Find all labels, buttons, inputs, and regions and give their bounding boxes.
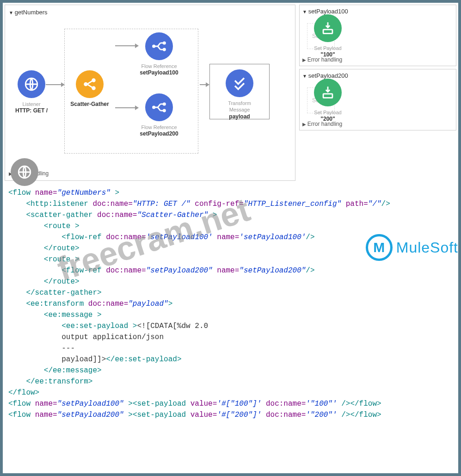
scatter-gather-label: Scatter-Gather xyxy=(69,101,111,107)
arrow xyxy=(46,84,64,85)
xml-code: <flow name="getNumbers" > <http:listener… xyxy=(3,183,458,425)
arrow xyxy=(115,107,138,108)
download-icon xyxy=(314,79,342,106)
svg-point-1 xyxy=(85,83,87,86)
side-flows: setPayload100 Source Set Payload "100" E… xyxy=(299,5,456,181)
setpayload-label: Set Payload xyxy=(307,109,349,116)
flow-header-setpayload200[interactable]: setPayload200 xyxy=(302,72,453,79)
svg-rect-11 xyxy=(323,30,332,34)
flowref1-sublabel: setPayload100 xyxy=(138,69,180,76)
side-flow-200: setPayload200 Source Set Payload "200" E… xyxy=(299,69,456,130)
download-icon xyxy=(314,14,342,42)
svg-point-9 xyxy=(163,110,165,111)
flowref1-label: Flow Reference xyxy=(138,63,180,69)
mulesoft-text: MuleSoft xyxy=(396,239,458,256)
flowref2-sublabel: setPayload200 xyxy=(138,130,180,137)
arrow xyxy=(115,45,138,46)
globe-icon xyxy=(11,158,38,186)
svg-point-4 xyxy=(153,45,155,47)
side-flow-100: setPayload100 Source Set Payload "100" E… xyxy=(299,5,456,66)
listener-node[interactable]: Listener HTTP: GET / xyxy=(11,70,52,114)
setpayload-label: Set Payload xyxy=(307,45,349,51)
flowref2-node[interactable]: Flow Reference setPayload200 xyxy=(138,93,180,137)
flowref1-node[interactable]: Flow Reference setPayload100 xyxy=(138,32,180,76)
transform-icon xyxy=(226,69,253,97)
svg-point-8 xyxy=(163,103,165,105)
svg-point-2 xyxy=(92,79,95,82)
flow-canvas: Listener HTTP: GET / Scatter-Gather Flow… xyxy=(9,19,291,167)
flow-header-setpayload100[interactable]: setPayload100 xyxy=(302,8,453,15)
flow-header-getnumbers[interactable]: getNumbers xyxy=(9,9,291,16)
diagram-area: getNumbers Listener HTTP: GET / Scatter-… xyxy=(3,3,458,183)
scatter-gather-node[interactable]: Scatter-Gather xyxy=(69,70,111,107)
listener-sublabel: HTTP: GET / xyxy=(11,107,52,114)
mule-m-icon: M xyxy=(373,240,385,255)
mulesoft-logo: M MuleSoft xyxy=(366,234,458,261)
setpayload-value: "200" xyxy=(307,116,349,122)
setpayload200-node[interactable]: Set Payload "200" xyxy=(307,79,349,122)
svg-point-5 xyxy=(163,42,165,44)
svg-point-6 xyxy=(163,49,165,50)
transform-node[interactable]: Transform Message payload xyxy=(219,69,260,120)
main-flow-panel: getNumbers Listener HTTP: GET / Scatter-… xyxy=(5,5,295,181)
svg-point-3 xyxy=(92,87,95,90)
flowref-icon xyxy=(145,93,173,121)
scatter-icon xyxy=(76,70,104,98)
flowref2-label: Flow Reference xyxy=(138,124,180,130)
setpayload-value: "100" xyxy=(307,51,349,58)
flowref-icon xyxy=(145,32,173,60)
svg-rect-12 xyxy=(323,94,332,98)
transform-sublabel: payload xyxy=(219,113,260,120)
arrow xyxy=(200,84,209,85)
listener-label: Listener xyxy=(11,101,52,107)
svg-point-7 xyxy=(153,106,155,108)
transform-label: Transform Message xyxy=(219,100,260,113)
globe-icon xyxy=(18,70,45,98)
error-handling-main[interactable]: Error handling xyxy=(9,167,291,177)
setpayload100-node[interactable]: Set Payload "100" xyxy=(307,14,349,58)
